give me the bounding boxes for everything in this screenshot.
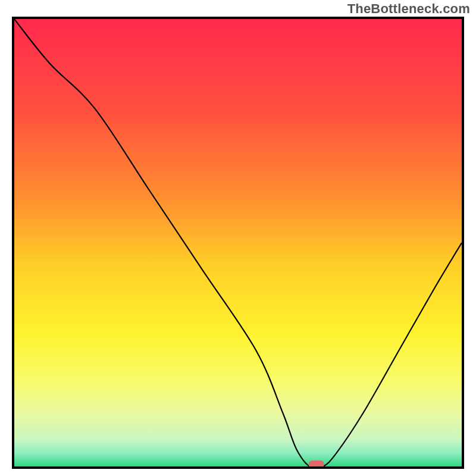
chart-frame: TheBottleneck.com xyxy=(0,0,476,476)
curve-layer xyxy=(14,19,462,466)
plot-area xyxy=(12,17,464,469)
watermark-text: TheBottleneck.com xyxy=(347,1,470,17)
bottleneck-curve-line xyxy=(14,19,462,466)
optimal-marker xyxy=(309,461,324,466)
